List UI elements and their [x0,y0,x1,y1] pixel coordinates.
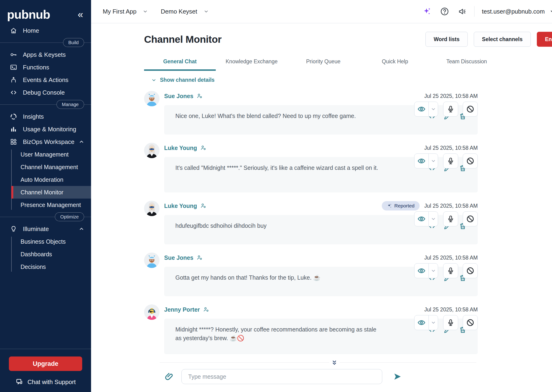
attach-file-button[interactable] [165,372,174,381]
mute-user-button[interactable] [443,315,458,330]
sidebar-item-events-actions[interactable]: Events & Actions [0,74,91,86]
moderation-actions [414,154,478,168]
scroll-divider [160,362,476,363]
microphone-icon [447,266,455,275]
message-input[interactable] [181,369,382,384]
user-settings-icon[interactable] [200,203,207,209]
user-email: test.user@pubnub.com [482,8,545,15]
sidebar-item-business-objects[interactable]: Business Objects [11,235,91,248]
app-selector[interactable]: My First App [103,8,148,15]
bar-chart-icon [9,125,18,133]
mute-user-button[interactable] [443,263,458,278]
mute-user-button[interactable] [443,154,458,168]
ban-user-button[interactable] [463,211,478,226]
build-badge: Build [63,38,84,47]
watch-user-button[interactable] [414,212,428,226]
grid-icon [9,138,18,146]
watch-options-caret[interactable] [428,315,438,330]
mute-user-button[interactable] [443,102,458,117]
message-timestamp: Jul 25 2025, 10:58 AM [424,93,478,99]
sidebar-item-apps-keysets[interactable]: Apps & Keysets [0,48,91,61]
sidebar-item-presence-management[interactable]: Presence Management [11,199,91,211]
ban-user-button[interactable] [463,102,478,117]
watch-user-button[interactable] [414,315,428,330]
sidebar-item-usage-monitoring[interactable]: Usage & Monitoring [0,123,91,135]
keyset-selector[interactable]: Demo Keyset [161,8,209,15]
ban-user-button[interactable] [463,263,478,278]
chevron-down-icon [203,9,209,14]
watch-options-caret[interactable] [428,264,438,278]
ban-user-button[interactable] [463,315,478,330]
message-timestamp: Jul 25 2025, 10:58 AM [424,203,478,209]
watch-options-caret[interactable] [428,102,438,116]
main-area: My First App Demo Keyset test.user@pubnu… [91,0,552,392]
user-settings-icon[interactable] [200,145,207,151]
message-text: It's called "Midnight *****." Seriously,… [175,163,379,172]
sidebar-item-auto-moderation[interactable]: Auto Moderation [11,173,91,186]
message-text: hdufeugifbdc sdhoihoi dihdocih buy [175,221,379,230]
sidebar-collapse-icon[interactable]: « [78,10,83,19]
watch-user-button[interactable] [414,154,428,168]
sidebar-item-debug-console[interactable]: Debug Console [0,86,91,99]
insights-icon [9,112,18,121]
user-settings-icon[interactable] [203,307,209,313]
chevron-down-icon [431,216,436,222]
pubnub-logo: pubnub [7,8,50,21]
message-author-link[interactable]: Sue Jones [164,93,193,99]
page-header: Channel Monitor Word lists Select channe… [144,32,552,47]
upgrade-button[interactable]: Upgrade [9,357,82,371]
mute-user-button[interactable] [443,211,458,226]
chat-bubble-icon [15,378,23,386]
avatar-sue-jones [144,252,159,268]
sidebar-item-channel-monitor[interactable]: Channel Monitor [11,186,91,199]
message-author-link[interactable]: Luke Young [164,203,197,209]
sidebar-item-illuminate[interactable]: Illuminate [0,223,91,235]
scroll-to-bottom-button[interactable] [329,357,339,368]
message-row: Luke Young Jul 25 2025, 10:58 AM It's ca… [144,143,478,192]
account-menu[interactable]: test.user@pubnub.com [482,8,552,15]
watch-user-button[interactable] [414,264,428,278]
announcements-icon[interactable] [458,7,467,16]
tab-team-discussion[interactable]: Team Discussion [431,55,503,71]
word-lists-button[interactable]: Word lists [425,32,468,47]
end-moderation-button[interactable]: End moderation [537,32,552,47]
message-author-link[interactable]: Sue Jones [164,254,193,261]
tab-general-chat[interactable]: General Chat [144,55,216,71]
user-settings-icon[interactable] [197,255,203,261]
ai-sparkles-icon[interactable] [422,7,431,16]
sidebar-item-bizops-workspace[interactable]: BizOps Workspace [0,135,91,148]
microphone-icon [447,215,455,223]
sidebar-item-dashboards[interactable]: Dashboards [11,248,91,260]
sidebar-item-user-management[interactable]: User Management [11,148,91,161]
topbar-right: test.user@pubnub.com [414,5,552,18]
message-author-link[interactable]: Jenny Porter [164,306,200,313]
show-channel-details-toggle[interactable]: Show channel details [151,77,214,83]
page-title: Channel Monitor [144,34,221,45]
watch-options-caret[interactable] [428,212,438,226]
sidebar-item-decisions[interactable]: Decisions [11,260,91,273]
sidebar-item-functions[interactable]: Functions [0,61,91,74]
terminal-icon [9,63,18,71]
help-icon[interactable] [440,7,449,16]
chat-with-support-button[interactable]: Chat with Support [0,378,91,386]
ban-user-button[interactable] [463,154,478,168]
message-author-link[interactable]: Luke Young [164,145,197,151]
watch-user-button[interactable] [414,102,428,116]
message-timestamp: Jul 25 2025, 10:58 AM [424,255,478,261]
sidebar-item-channel-management[interactable]: Channel Management [11,161,91,173]
block-icon [466,157,475,165]
sidebar-item-insights[interactable]: Insights [0,110,91,123]
divider-build: Build [0,42,91,43]
message-timestamp: Jul 25 2025, 10:58 AM [424,307,478,313]
tab-quick-help[interactable]: Quick Help [359,55,431,71]
page-content: Channel Monitor Word lists Select channe… [91,23,552,392]
tab-priority-queue[interactable]: Priority Queue [287,55,359,71]
user-settings-icon[interactable] [197,93,203,99]
tab-knowledge-exchange[interactable]: Knowledge Exchange [216,55,287,71]
microphone-icon [447,157,455,165]
watch-options-caret[interactable] [428,154,438,168]
send-message-button[interactable] [393,372,402,381]
select-channels-button[interactable]: Select channels [474,32,531,47]
sidebar-bottom: Upgrade Chat with Support [0,349,91,392]
sidebar-item-home[interactable]: Home [0,24,91,37]
